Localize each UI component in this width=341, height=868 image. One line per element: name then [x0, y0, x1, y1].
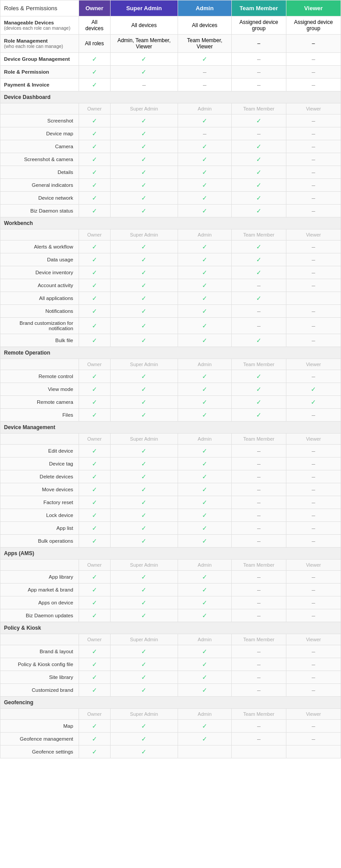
cell-1: ✓ [110, 445, 178, 458]
cell-1: ✓ [110, 522, 178, 535]
cell-2: ✓ [178, 153, 232, 166]
subheader-3: Team Member [231, 229, 286, 241]
cell-2: ✓ [178, 179, 232, 192]
info-row: Role Management(who each role can manage… [0, 35, 341, 53]
row-label: Brand & layout [0, 645, 79, 658]
row-label: App market & brand [0, 584, 79, 596]
cell-4: – [286, 205, 341, 217]
section-title-row: Apps (AMS) [0, 548, 341, 560]
section-title: Remote Operation [0, 347, 341, 359]
cell-2: ✓ [178, 458, 232, 470]
row-label: Customized brand [0, 684, 79, 697]
cell-3: ✓ [231, 396, 286, 409]
cell-2: ✓ [178, 658, 232, 671]
cell-0: ✓ [79, 66, 110, 79]
cell-0: ✓ [79, 645, 110, 658]
cell-0: ✓ [79, 205, 110, 217]
cell-2: ✓ [178, 496, 232, 509]
cell-2: ✓ [178, 253, 232, 266]
subheader-1: Super Admin [110, 103, 178, 114]
subheader-empty [0, 229, 79, 241]
permissions-table-container: Roles & Permissions Owner Super Admin Ad… [0, 0, 341, 758]
table-row: Geofence management✓✓✓–– [0, 733, 341, 746]
cell-3 [231, 746, 286, 758]
row-label: Device network [0, 192, 79, 205]
section-title: Device Dashboard [0, 91, 341, 103]
header-roles: Roles & Permissions [0, 0, 79, 16]
row-label: App list [0, 522, 79, 535]
header-teammember: Team Member [231, 0, 286, 16]
subheader-empty [0, 434, 79, 445]
cell-2: – [178, 66, 232, 79]
cell-4: – [286, 671, 341, 684]
subheader-0: Owner [79, 103, 110, 114]
sub-header-row: OwnerSuper AdminAdminTeam MemberViewer [0, 709, 341, 720]
cell-1: ✓ [110, 166, 178, 179]
cell-1: ✓ [110, 535, 178, 548]
table-row: Device tag✓✓✓–– [0, 458, 341, 470]
cell-3: ✓ [231, 383, 286, 396]
subheader-4: Viewer [286, 560, 341, 571]
bold-feature-row: Device Group Management✓✓✓–– [0, 53, 341, 66]
cell-0: ✓ [79, 496, 110, 509]
cell-1: ✓ [110, 720, 178, 733]
cell-1: ✓ [110, 292, 178, 305]
cell-0: All roles [79, 35, 110, 53]
cell-2: ✓ [178, 522, 232, 535]
table-row: Remote camera✓✓✓✓✓ [0, 396, 341, 409]
row-label: Biz Daemon status [0, 205, 79, 217]
subheader-0: Owner [79, 229, 110, 241]
row-label: Notifications [0, 305, 79, 318]
row-label: Payment & Invoice [0, 79, 79, 91]
table-row: Apps on device✓✓✓–– [0, 596, 341, 609]
cell-2: ✓ [178, 370, 232, 383]
section-title: Workbench [0, 217, 341, 229]
cell-4: – [286, 409, 341, 422]
cell-3: – [231, 720, 286, 733]
cell-2: ✓ [178, 596, 232, 609]
subheader-2: Admin [178, 560, 232, 571]
section-title-row: Device Dashboard [0, 91, 341, 103]
cell-4: – [286, 305, 341, 318]
cell-4: – [286, 127, 341, 140]
row-label: View mode [0, 383, 79, 396]
cell-3: – [231, 733, 286, 746]
cell-4: – [286, 571, 341, 584]
cell-0: ✓ [79, 253, 110, 266]
table-row: Bulk operations✓✓✓–– [0, 535, 341, 548]
row-label: Data usage [0, 253, 79, 266]
cell-4: – [286, 66, 341, 79]
subheader-2: Admin [178, 229, 232, 241]
cell-3: – [231, 79, 286, 91]
table-row: Lock device✓✓✓–– [0, 509, 341, 522]
cell-0: ✓ [79, 458, 110, 470]
row-label: Remote control [0, 370, 79, 383]
cell-1: ✓ [110, 645, 178, 658]
subheader-2: Admin [178, 434, 232, 445]
cell-1: Admin, Team Member, Viewer [110, 35, 178, 53]
subheader-3: Team Member [231, 560, 286, 571]
header-owner: Owner [79, 0, 110, 16]
subheader-0: Owner [79, 434, 110, 445]
cell-3: – [231, 596, 286, 609]
cell-1: ✓ [110, 334, 178, 347]
cell-4: – [286, 522, 341, 535]
cell-2: Team Member, Viewer [178, 35, 232, 53]
table-row: Site library✓✓✓–– [0, 671, 341, 684]
cell-2: ✓ [178, 383, 232, 396]
row-label: Camera [0, 140, 79, 153]
row-label: Screenshot & camera [0, 153, 79, 166]
cell-3: – [231, 535, 286, 548]
cell-4 [286, 746, 341, 758]
table-row: Remote control✓✓✓✓– [0, 370, 341, 383]
cell-2: ✓ [178, 571, 232, 584]
row-label: Bulk operations [0, 535, 79, 548]
subheader-1: Super Admin [110, 560, 178, 571]
table-row: App library✓✓✓–– [0, 571, 341, 584]
cell-3: ✓ [231, 179, 286, 192]
row-label: Apps on device [0, 596, 79, 609]
table-row: Account activity✓✓✓–– [0, 279, 341, 292]
subheader-empty [0, 560, 79, 571]
cell-0: ✓ [79, 241, 110, 253]
sub-header-row: OwnerSuper AdminAdminTeam MemberViewer [0, 359, 341, 370]
